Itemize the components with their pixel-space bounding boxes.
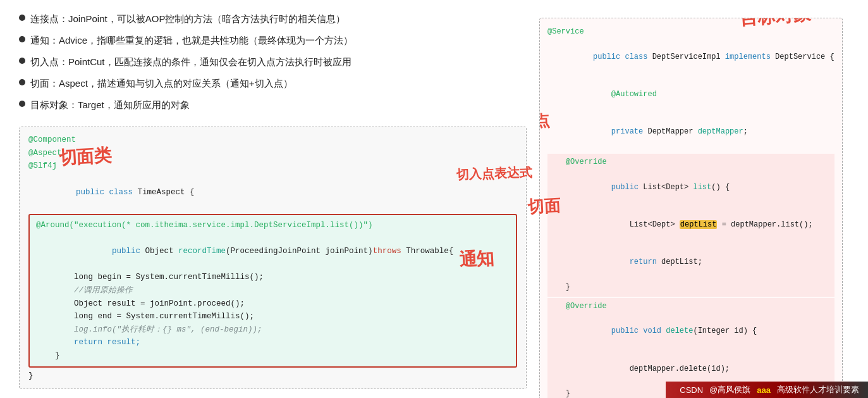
code-line3: long end = System.currentTimeMillis(); [36,310,510,323]
right-list-line2: return deptList; [547,244,834,282]
code-line2: Object result = joinPoint.proceed(); [36,297,510,311]
label-qiedian-text: 切入点 [539,111,551,134]
bullet-item-advice: 通知：Advice，指哪些重复的逻辑，也就是共性功能（最终体现为一个方法） [19,33,527,48]
code-slf4j: @Slf4j [28,159,517,173]
bullet-text-aspect: 切面：Aspect，描述通知与切入点的对应关系（通知+切入点） [30,76,293,91]
label-biaodashi-text: 切入点表达式 [456,164,533,183]
bullet-list: 连接点：JoinPoint，可以被AOP控制的方法（暗含方法执行时的相关信息） … [19,11,527,113]
bullet-text-joinpoint: 连接点：JoinPoint，可以被AOP控制的方法（暗含方法执行时的相关信息） [30,11,345,27]
bullet-dot [19,58,25,64]
right-class-decl: public class DeptServiceImpl implements … [547,39,834,76]
label-tongzhi-text: 通知 [458,247,495,273]
code-component: @Component [28,134,517,147]
code-line4: log.info("执行耗时：{} ms", (end-begin)); [36,323,510,337]
bullet-item-pointcut: 切入点：PointCut，匹配连接点的条件，通知仅会在切入点方法执行时被应用 [19,54,527,70]
bullet-dot [19,101,25,107]
code-block-inner: @Component @Aspect @Slf4j public class T… [20,127,526,389]
right-panel: 目标对象 切入点 连接点 @Service public class DeptS… [539,18,843,398]
bottom-bar-platform: @高风侯旗 [709,384,750,395]
bottom-bar: CSDN @高风侯旗 aaa 高级软件人才培训要素 [666,382,868,398]
bullet-dot [19,36,25,42]
right-close-list: } [547,282,834,294]
bottom-bar-site: CSDN [680,385,703,395]
left-code-block: 切面类 切入点表达式 切面 通知 @Component @Aspect @Slf… [19,127,527,389]
bullet-dot [19,79,25,85]
code-aspect: @Aspect [28,147,517,160]
code-class-decl: public class TimeAspect { [28,173,517,212]
code-comment1: //调用原始操作 [36,284,510,297]
bullet-item-aspect: 切面：Aspect，描述通知与切入点的对应关系（通知+切入点） [19,76,527,91]
right-section-list: @Override public List<Dept> list() { Lis… [547,154,834,297]
code-line1: long begin = System.currentTimeMillis(); [36,271,510,284]
label-qiemian-text: 切面 [527,195,561,219]
right-method-delete: public void delete(Integer id) { [547,313,834,351]
right-override1: @Override [547,156,834,169]
code-highlighted-box: @Around("execution(* com.itheima.service… [28,214,517,368]
code-close-method: } [36,349,510,363]
code-close-class: } [28,370,517,383]
right-method-list: public List<Dept> list() { [547,169,834,206]
code-method-decl: public Object recordTime(ProceedingJoinP… [36,232,510,271]
bottom-bar-suffix: 高级软件人才培训要素 [777,384,859,395]
right-code: @Service public class DeptServiceImpl im… [540,18,842,398]
bullet-item-joinpoint: 连接点：JoinPoint，可以被AOP控制的方法（暗含方法执行时的相关信息） [19,11,527,27]
bullet-text-pointcut: 切入点：PointCut，匹配连接点的条件，通知仅会在切入点方法执行时被应用 [30,54,351,70]
bullet-text-advice: 通知：Advice，指哪些重复的逻辑，也就是共性功能（最终体现为一个方法） [30,33,353,48]
right-section-service: @Service public class DeptServiceImpl im… [547,25,834,152]
right-annotation-service: @Service [547,26,834,39]
bottom-bar-user: aaa [757,385,771,395]
right-override2: @Override [547,301,834,313]
code-around: @Around("execution(* com.itheima.service… [36,219,510,232]
right-list-line1: List<Dept> deptList = deptMapper.list(); [547,206,834,244]
right-field: private DeptMapper deptMapper; [547,114,834,151]
code-line5: return result; [36,336,510,349]
bullet-text-target: 目标对象：Target，通知所应用的对象 [30,97,190,113]
main-container: 连接点：JoinPoint，可以被AOP控制的方法（暗含方法执行时的相关信息） … [0,0,868,398]
bullet-dot [19,15,25,21]
bullet-item-target: 目标对象：Target，通知所应用的对象 [19,97,527,113]
right-autowired: @Autowired [547,76,834,113]
left-panel: 连接点：JoinPoint，可以被AOP控制的方法（暗含方法执行时的相关信息） … [19,11,527,398]
